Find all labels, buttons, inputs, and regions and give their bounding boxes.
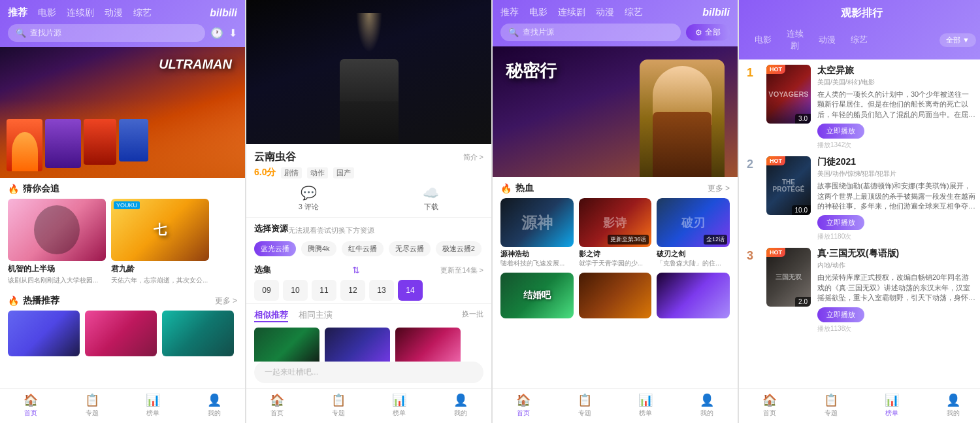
guess-section-header: 🔥 猜你会追 — [0, 178, 245, 199]
bottom-anime-0[interactable]: 结婚吧 — [500, 273, 574, 318]
rank-tab-profile[interactable]: 👤 我的 — [923, 393, 980, 418]
video-tab-profile[interactable]: 👤 我的 — [430, 393, 491, 418]
ep-btn-1[interactable]: 10 — [283, 280, 308, 301]
rank-desc-3: 由光荣特库摩正式授权，改编自畅销20年同名游戏的《真·三国无双》讲述动荡的东汉末… — [817, 273, 976, 303]
protege-label: THE PROTÉGÉ — [766, 176, 811, 195]
home-tab-rankings-label: 榜单 — [146, 409, 159, 418]
anime-nav-movie[interactable]: 电影 — [529, 7, 547, 18]
guess-card-0[interactable]: 机智的上半场 该剧从四名刚刚进入大学校园... — [8, 199, 106, 284]
rank-play-btn-3[interactable]: 立即播放 — [817, 307, 864, 322]
hot-grid-1[interactable]: 影诗 更新至第36话 影之诗 就学于天青学园的少... — [579, 198, 652, 267]
ep-btn-0[interactable]: 09 — [254, 280, 279, 301]
download-icon[interactable]: ⬇ — [229, 27, 237, 39]
rank-play-btn-1[interactable]: 立即播放 — [817, 124, 864, 139]
anime-tab-home[interactable]: 🏠 首页 — [493, 393, 554, 418]
history-icon[interactable]: 🕐 — [210, 27, 223, 39]
nav-home-variety[interactable]: 综艺 — [133, 7, 152, 19]
rank-play-btn-2[interactable]: 立即播放 — [817, 215, 864, 230]
source-btn-3[interactable]: 无尽云播 — [389, 241, 431, 256]
source-btn-0[interactable]: 蓝光云播 — [254, 241, 296, 256]
video-player[interactable] — [246, 0, 491, 144]
rec-card-1[interactable]: 追影者 描述文字... — [325, 328, 390, 356]
rec-card-0[interactable]: 夜猎 描述文字... — [254, 328, 319, 356]
ep-btn-5[interactable]: 14 — [398, 280, 423, 301]
bottom-anime-1[interactable] — [579, 273, 652, 318]
anime-header: 推荐 电影 连续剧 动漫 综艺 bilbili 🔍 查找片源 ⚙ 全部 — [493, 0, 738, 46]
hot-grid-0-desc: 随着科技的飞速发展... — [500, 259, 574, 267]
rank-tab-profile-label: 我的 — [947, 409, 960, 418]
anime-tab-profile[interactable]: 👤 我的 — [676, 393, 738, 418]
rank-num-2: 2 — [747, 156, 760, 171]
hot-card-2[interactable] — [162, 311, 234, 356]
home-search-box[interactable]: 🔍 查找片源 — [8, 24, 205, 42]
video-tab-topics[interactable]: 📋 专题 — [308, 393, 369, 418]
sort-icon[interactable]: ⇅ — [352, 265, 360, 275]
rank-tab-series[interactable]: 连续剧 — [779, 25, 811, 54]
source-btn-1[interactable]: 腾腾4k — [301, 241, 336, 256]
hot-grid-2[interactable]: 破刃 全12话 破刃之剑 「克鲁森大陆」的住... — [657, 198, 730, 267]
source-btn-4[interactable]: 极速云播2 — [436, 241, 482, 256]
hot-more-link[interactable]: 更多 > — [215, 296, 237, 307]
nav-home-bilibili[interactable]: bilbili — [210, 7, 237, 19]
hot-grid-0[interactable]: 源神 源神浩劫 随着科技的飞速发展... — [500, 198, 574, 267]
rec-tab-same-cast[interactable]: 相同主演 — [299, 309, 333, 322]
video-tag-2: 国产 — [333, 167, 354, 178]
guess-card-1[interactable]: YOUKU 七 君九龄 天佑六年，志宗崩逝，其次女公... — [111, 199, 209, 284]
anime-hero[interactable]: 秘密行 — [493, 46, 738, 177]
rank-movie-title-2: 门徒2021 — [817, 156, 976, 168]
rank-tab-anime[interactable]: 动漫 — [811, 31, 843, 48]
rank-tab-variety[interactable]: 综艺 — [843, 31, 875, 48]
video-tab-rankings[interactable]: 📊 榜单 — [369, 393, 431, 418]
hot-blood-more[interactable]: 更多 > — [708, 183, 730, 194]
rank-tab-rankings[interactable]: 📊 榜单 — [862, 393, 923, 418]
home-icon-3: 🏠 — [516, 393, 531, 407]
comment-input[interactable]: 一起来吐槽吧... — [254, 362, 483, 383]
nav-home-movie[interactable]: 电影 — [38, 7, 56, 19]
anime-search-box[interactable]: 🔍 查找片源 — [500, 24, 681, 41]
nav-home-recommended[interactable]: 推荐 — [8, 7, 27, 19]
rank-tab-movie[interactable]: 电影 — [747, 31, 779, 48]
rec-card-2[interactable]: 暗战 描述文字... — [395, 328, 461, 356]
anime-tab-topics[interactable]: 📋 专题 — [554, 393, 615, 418]
rank-poster-1[interactable]: VOYAGERS HOT 3.0 — [766, 65, 811, 124]
home-tab-topics[interactable]: 📋 专题 — [61, 393, 123, 418]
anime-tab-rankings[interactable]: 📊 榜单 — [615, 393, 677, 418]
topics-icon-4: 📋 — [824, 393, 838, 407]
home-tab-home[interactable]: 🏠 首页 — [0, 393, 61, 418]
rank-tab-home[interactable]: 🏠 首页 — [739, 393, 800, 418]
filter-all-button[interactable]: ⚙ 全部 — [686, 24, 730, 41]
home-icon: 🏠 — [24, 393, 38, 407]
home-tab-profile[interactable]: 👤 我的 — [184, 393, 245, 418]
rank-info-2: 门徒2021 美国/动作/惊悚/犯罪/犯罪片 故事围绕伽勒(基德顿饰)和安娜(李… — [817, 156, 976, 241]
video-tab-home[interactable]: 🏠 首页 — [246, 393, 308, 418]
home-search-placeholder: 查找片源 — [30, 27, 61, 39]
rank-tab-topics[interactable]: 📋 专题 — [800, 393, 862, 418]
download-action[interactable]: ☁️ 下载 — [423, 185, 439, 212]
refresh-btn[interactable]: 换一批 — [462, 309, 483, 322]
home-tab-rankings[interactable]: 📊 榜单 — [123, 393, 184, 418]
source-btn-2[interactable]: 红牛云播 — [342, 241, 384, 256]
hot-section-header: 🔥 热播推荐 更多 > — [0, 290, 245, 311]
nav-home-anime[interactable]: 动漫 — [105, 7, 123, 19]
rank-poster-2[interactable]: THE PROTÉGÉ HOT 10.0 — [766, 156, 811, 215]
rank-filter-btn[interactable]: 全部 ▼ — [939, 33, 976, 47]
nav-home-series[interactable]: 连续剧 — [67, 7, 94, 19]
rec-tab-similar[interactable]: 相似推荐 — [254, 309, 288, 322]
hot-card-0[interactable] — [8, 311, 80, 356]
anime-tab-profile-label: 我的 — [700, 409, 713, 418]
ep-btn-3[interactable]: 12 — [340, 280, 365, 301]
anime-nav-bilibili[interactable]: bilbili — [702, 7, 730, 18]
ep-btn-4[interactable]: 13 — [369, 280, 394, 301]
anime-nav-recommended[interactable]: 推荐 — [500, 7, 519, 18]
comment-action[interactable]: 💬 3 评论 — [299, 185, 319, 212]
hot-card-1[interactable] — [85, 311, 157, 356]
video-intro-link[interactable]: 简介 > — [463, 152, 483, 162]
home-tab-profile-label: 我的 — [208, 409, 221, 418]
bottom-anime-2[interactable] — [657, 273, 730, 318]
ep-btn-2[interactable]: 11 — [312, 280, 336, 301]
rank-poster-3[interactable]: 三国无双 HOT 2.0 — [766, 248, 811, 307]
anime-nav-variety[interactable]: 综艺 — [625, 7, 643, 18]
home-hero-banner[interactable]: ULTRAMAN — [0, 47, 245, 178]
anime-nav-anime[interactable]: 动漫 — [596, 7, 614, 18]
anime-nav-series[interactable]: 连续剧 — [558, 7, 585, 18]
